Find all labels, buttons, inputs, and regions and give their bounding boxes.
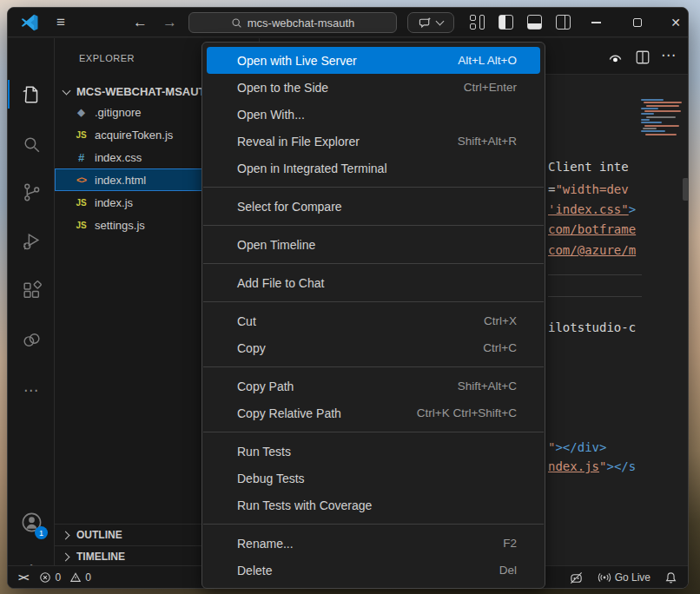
customize-layout-icon[interactable] (470, 15, 485, 30)
accounts-icon[interactable]: 1 (8, 507, 55, 537)
menu-item-run-tests[interactable]: Run Tests (207, 438, 540, 465)
menu-item-add-file-to-chat[interactable]: Add File to Chat (207, 269, 540, 296)
menu-separator (203, 225, 544, 226)
css-icon: # (74, 151, 89, 164)
js-icon: JS (74, 221, 89, 230)
menu-item-debug-tests[interactable]: Debug Tests (207, 465, 540, 492)
file-name: acquireToken.js (95, 129, 173, 142)
menu-item-copy-relative-path[interactable]: Copy Relative PathCtrl+K Ctrl+Shift+C (207, 399, 540, 426)
menu-item-reveal-in-file-explorer[interactable]: Reveal in File ExplorerShift+Alt+R (207, 128, 540, 155)
menu-item-open-to-the-side[interactable]: Open to the SideCtrl+Enter (207, 74, 540, 101)
explorer-icon[interactable] (8, 80, 55, 109)
broadcast-icon (598, 571, 611, 584)
menu-item-open-with-live-server[interactable]: Open with Live ServerAlt+L Alt+O (207, 47, 540, 74)
extensions-icon[interactable] (8, 275, 55, 305)
current-line-border (548, 274, 642, 275)
search-sidebar-icon[interactable] (8, 129, 55, 159)
account-badge: 1 (35, 526, 48, 539)
menu-separator (203, 524, 544, 525)
menu-item-rename[interactable]: Rename...F2 (207, 530, 540, 557)
copilot-slash-icon (569, 571, 584, 585)
menu-item-select-for-compare[interactable]: Select for Compare (207, 193, 540, 220)
code-line: com/@azure/m (548, 243, 642, 257)
split-editor-icon[interactable] (635, 50, 650, 65)
minimize-button[interactable] (581, 8, 611, 37)
problems-indicator[interactable]: 0 0 (39, 571, 90, 584)
file-name: index.css (95, 151, 142, 164)
warning-count: 0 (85, 571, 91, 584)
warning-icon (69, 571, 82, 584)
chevron-down-icon (436, 17, 445, 26)
folder-name: MCS-WEBCHAT-MSAUTH (76, 85, 214, 98)
current-line-border (548, 296, 642, 297)
back-icon[interactable]: ← (133, 8, 148, 37)
code-line: 'index.css"> (548, 202, 642, 216)
live-preview-icon[interactable] (607, 50, 624, 66)
go-live-button[interactable]: Go Live (598, 571, 650, 584)
menu-item-copy-path[interactable]: Copy PathShift+Alt+C (207, 373, 540, 399)
html-icon: <> (74, 175, 89, 185)
file-name: .gitignore (95, 106, 141, 119)
error-icon (39, 571, 51, 584)
code-line: ndex.js"></s (548, 459, 642, 473)
menu-item-delete[interactable]: DeleteDel (207, 557, 540, 584)
context-menu: Open with Live ServerAlt+L Alt+O Open to… (201, 42, 545, 589)
menu-item-copy[interactable]: CopyCtrl+C (207, 334, 540, 361)
search-value: mcs-webchat-msauth (248, 16, 355, 30)
additional-views-icon[interactable]: ⋯ (8, 375, 55, 405)
gitignore-icon: ◆ (74, 107, 89, 118)
editor-scrollbar[interactable] (683, 178, 689, 201)
editor-more-actions-icon[interactable]: ⋯ (661, 46, 677, 64)
file-name: settings.js (95, 219, 145, 232)
minimap[interactable] (641, 99, 682, 136)
copilot-disabled-indicator[interactable] (569, 571, 584, 585)
toggle-primary-sidebar-icon[interactable] (499, 15, 513, 30)
code-line: ="width=dev (548, 182, 642, 196)
menu-item-run-tests-with-coverage[interactable]: Run Tests with Coverage (207, 492, 540, 518)
source-control-icon[interactable] (8, 177, 55, 207)
menu-hamburger-icon[interactable]: ≡ (56, 8, 65, 37)
command-center-search[interactable]: mcs-webchat-msauth (188, 12, 397, 33)
file-name: index.html (95, 174, 146, 187)
toggle-secondary-sidebar-icon[interactable] (556, 15, 571, 30)
chevron-right-icon (62, 552, 70, 561)
menu-item-open-with[interactable]: Open With... (207, 101, 540, 128)
search-icon (231, 17, 242, 29)
go-live-label: Go Live (615, 571, 650, 584)
js-icon: JS (74, 198, 89, 208)
notifications-bell[interactable] (664, 571, 677, 584)
menu-item-cut[interactable]: CutCtrl+X (207, 307, 540, 334)
code-line: Client inte (548, 160, 642, 174)
close-button[interactable]: ✕ (661, 8, 689, 37)
bell-icon (664, 571, 677, 584)
code-line: com/botframe (548, 222, 642, 236)
chevron-right-icon (62, 531, 70, 539)
title-bar: ≡ ← → mcs-webchat-msauth ✕ (8, 8, 688, 37)
linked-rings-extension-icon[interactable] (8, 325, 55, 354)
copilot-chat-button[interactable] (407, 12, 454, 33)
vscode-logo-icon (20, 13, 39, 32)
section-label: OUTLINE (76, 529, 122, 541)
code-line: "></div> (548, 440, 642, 454)
activity-bar: ⋯ 1 ⚙ (8, 38, 55, 565)
remote-indicator-icon[interactable]: >< (18, 571, 27, 584)
chevron-down-icon (63, 86, 71, 95)
error-count: 0 (55, 571, 61, 584)
menu-separator (203, 263, 544, 264)
menu-separator (203, 187, 544, 188)
sidebar-title: EXPLORER (79, 53, 135, 63)
copilot-chat-icon (419, 16, 432, 30)
js-icon: JS (74, 130, 89, 140)
maximize-button[interactable] (623, 8, 652, 37)
code-line: ilotstudio-c (548, 320, 642, 334)
toggle-panel-icon[interactable] (527, 15, 542, 30)
menu-item-open-timeline[interactable]: Open Timeline (207, 231, 540, 258)
section-label: TIMELINE (76, 551, 125, 563)
menu-item-open-in-integrated-terminal[interactable]: Open in Integrated Terminal (207, 155, 540, 182)
forward-icon[interactable]: → (162, 8, 177, 37)
menu-separator (203, 366, 544, 367)
run-debug-icon[interactable] (8, 227, 55, 256)
file-name: index.js (95, 196, 133, 209)
menu-separator (203, 432, 544, 432)
menu-separator (203, 301, 544, 302)
